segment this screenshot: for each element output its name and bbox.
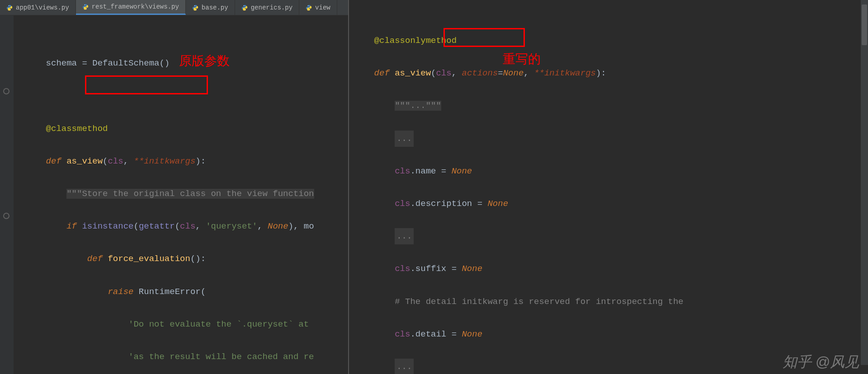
- fold-indicator[interactable]: ...: [395, 131, 414, 147]
- svg-point-10: [4, 89, 9, 94]
- python-file-icon: [82, 4, 89, 10]
- code-line: cls.detail = None: [354, 326, 868, 342]
- code-line: cls.description = None: [354, 196, 868, 212]
- watermark: 知乎 @风见: [783, 352, 859, 372]
- editor-tabs: app01\views.py rest_framework\views.py b…: [0, 0, 348, 15]
- code-editor-right[interactable]: @classonlymethod def as_view(cls, action…: [349, 9, 868, 374]
- python-file-icon: [6, 5, 13, 11]
- svg-point-1: [10, 9, 10, 9]
- python-file-icon: [241, 5, 248, 11]
- svg-point-5: [196, 9, 196, 9]
- tab-generics[interactable]: generics.py: [235, 0, 299, 15]
- code-line: ...: [354, 131, 868, 147]
- fold-indicator[interactable]: ...: [395, 359, 414, 374]
- tab-view-partial[interactable]: view: [299, 0, 337, 15]
- code-line: raise RuntimeError(: [25, 284, 348, 300]
- code-line: def as_view(cls, actions=None, **initkwa…: [354, 65, 868, 81]
- svg-point-11: [4, 213, 9, 219]
- fold-indicator[interactable]: ...: [395, 228, 414, 244]
- tab-label: app01\views.py: [16, 4, 69, 11]
- scrollbar-thumb[interactable]: [862, 5, 867, 45]
- svg-point-8: [308, 5, 308, 5]
- python-file-icon: [192, 5, 198, 11]
- svg-point-4: [194, 5, 194, 5]
- tab-label: view: [315, 4, 330, 11]
- tab-base[interactable]: base.py: [186, 0, 235, 15]
- python-file-icon: [306, 5, 312, 11]
- code-line: def as_view(cls, **initkwargs):: [25, 153, 348, 169]
- code-line: [25, 88, 348, 104]
- code-line: def force_evaluation():: [25, 251, 348, 267]
- svg-point-7: [245, 9, 245, 9]
- tab-app01-views[interactable]: app01\views.py: [0, 0, 76, 15]
- tab-label: rest_framework\views.py: [92, 3, 179, 10]
- code-line: @classmethod: [25, 121, 348, 137]
- svg-point-0: [9, 5, 9, 5]
- override-icon[interactable]: [3, 212, 10, 220]
- code-editor-left[interactable]: schema = DefaultSchema() @classmethod de…: [0, 15, 348, 374]
- code-line: # The detail initkwarg is reserved for i…: [354, 294, 868, 310]
- code-line: 'Do not evaluate the `.queryset` at: [25, 316, 348, 332]
- right-editor-pane: @classonlymethod def as_view(cls, action…: [349, 0, 868, 374]
- tab-label: generics.py: [251, 4, 292, 11]
- code-line: ...: [354, 228, 868, 244]
- svg-point-2: [84, 5, 85, 5]
- left-editor-pane: app01\views.py rest_framework\views.py b…: [0, 0, 349, 374]
- tab-label: base.py: [202, 4, 228, 11]
- vertical-scrollbar[interactable]: [861, 0, 868, 365]
- gutter: [0, 15, 14, 374]
- code-line: """...""": [354, 98, 868, 114]
- code-line: cls.suffix = None: [354, 261, 868, 277]
- override-icon[interactable]: [3, 88, 10, 95]
- svg-point-6: [243, 5, 244, 5]
- annotation-label-right: 重写的: [503, 51, 541, 68]
- code-line: 'as the result will be cached and re: [25, 349, 348, 365]
- annotation-label-left: 原版参数: [179, 52, 230, 70]
- code-line: if isinstance(getattr(cls, 'queryset', N…: [25, 218, 348, 234]
- code-line: """Store the original class on the view …: [25, 186, 348, 202]
- svg-point-9: [309, 9, 310, 9]
- svg-point-3: [86, 9, 86, 9]
- code-line: cls.name = None: [354, 163, 868, 179]
- tab-rest-framework-views[interactable]: rest_framework\views.py: [76, 0, 186, 15]
- code-line: @classonlymethod: [354, 33, 868, 49]
